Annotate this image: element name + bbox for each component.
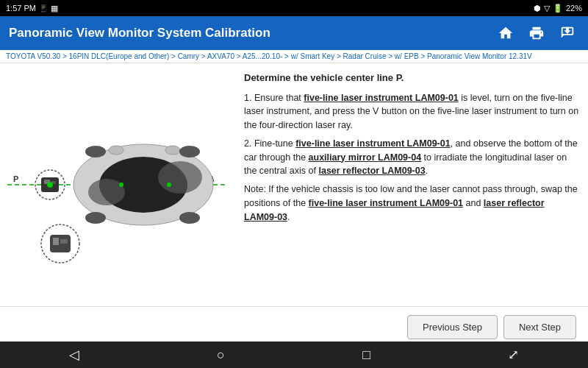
svg-point-19 xyxy=(179,146,200,158)
svg-rect-6 xyxy=(53,238,59,245)
nav-bar: ◁ ○ □ ⤢ xyxy=(0,342,588,368)
step1-link1: five-line laser instrument LAM09-01 xyxy=(304,93,458,103)
previous-step-button[interactable]: Previous Step xyxy=(407,315,498,339)
print-button[interactable] xyxy=(525,21,548,45)
svg-point-21 xyxy=(179,212,200,224)
header-icons xyxy=(494,21,579,45)
svg-point-20 xyxy=(85,212,106,224)
app-header: Panoramic View Monitor System Calibratio… xyxy=(0,16,588,50)
status-bar-left: 1:57 PM 📱 ▦ xyxy=(6,4,58,13)
home-button[interactable] xyxy=(494,21,517,45)
svg-point-17 xyxy=(165,146,180,155)
car-diagram: P B A xyxy=(7,82,228,288)
svg-point-23 xyxy=(119,183,123,187)
svg-point-18 xyxy=(85,146,106,158)
bluetooth-icon: ⬢ xyxy=(534,4,541,13)
status-bar-right: ⬢ ▽ 🔋 22% xyxy=(534,4,582,13)
battery-icon: 🔋 xyxy=(553,4,563,13)
battery-level: 22% xyxy=(566,4,582,13)
note-link1: five-line laser instrument LAM09-01 xyxy=(309,198,463,208)
instruction-step1: 1. Ensure that five-line laser instrumen… xyxy=(244,91,579,132)
step1-prefix: 1. Ensure that xyxy=(244,93,304,103)
wifi-icon: ▽ xyxy=(544,4,550,13)
step2-link1: five-line laser instrument LAM09-01 xyxy=(295,138,450,149)
svg-text:P: P xyxy=(13,174,18,183)
note-text2: and xyxy=(463,198,484,208)
sim-icon: 📱 xyxy=(39,4,48,13)
breadcrumb-text: TOYOTA V50.30 > 16PIN DLC(Europe and Oth… xyxy=(6,52,532,60)
step2-link2: auxiliary mirror LAM09-04 xyxy=(309,152,422,163)
svg-point-24 xyxy=(167,183,171,187)
step2-link3: laser reflector LAM09-03 xyxy=(318,166,425,176)
export-button[interactable] xyxy=(556,21,579,45)
svg-point-22 xyxy=(47,182,53,188)
signal-icon: ▦ xyxy=(51,4,58,13)
step2-text3: . xyxy=(426,166,428,176)
svg-point-14 xyxy=(158,161,202,194)
home-nav-button[interactable]: ○ xyxy=(217,347,225,363)
note-text3: . xyxy=(287,212,290,222)
back-nav-button[interactable]: ◁ xyxy=(69,347,79,363)
next-step-button[interactable]: Next Step xyxy=(503,315,576,339)
time-display: 1:57 PM xyxy=(6,4,36,13)
instruction-title: Determine the vehicle center line P. xyxy=(244,71,579,85)
svg-point-16 xyxy=(109,146,123,155)
main-content: P B A xyxy=(0,63,588,306)
step2-prefix: 2. Fine-tune xyxy=(244,138,295,149)
square-nav-button[interactable]: □ xyxy=(362,347,370,363)
status-bar: 1:57 PM 📱 ▦ ⬢ ▽ 🔋 22% xyxy=(0,0,588,16)
expand-nav-button[interactable]: ⤢ xyxy=(508,347,519,363)
svg-point-15 xyxy=(88,179,125,205)
instruction-panel: Determine the vehicle center line P. 1. … xyxy=(235,63,588,306)
instruction-step2: 2. Fine-tune five-line laser instrument … xyxy=(244,137,579,178)
instruction-note: Note: If the vehicle chassis is too low … xyxy=(244,183,579,224)
page-title: Panoramic View Monitor System Calibratio… xyxy=(9,26,270,40)
car-diagram-panel: P B A xyxy=(0,63,235,306)
breadcrumb: TOYOTA V50.30 > 16PIN DLC(Europe and Oth… xyxy=(0,50,588,63)
svg-rect-7 xyxy=(60,239,68,244)
